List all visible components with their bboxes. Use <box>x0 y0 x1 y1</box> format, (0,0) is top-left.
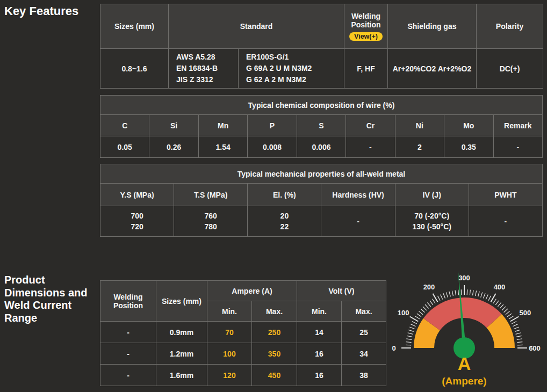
chem-header-cell: S <box>297 115 346 136</box>
current-header-welding-position: Welding Position <box>100 281 156 322</box>
chem-header-row: CSiMnPSCrNiMoRemark <box>100 115 543 136</box>
gauge-tick <box>513 324 517 326</box>
gauge-tick <box>421 309 424 313</box>
current-cell-position: - <box>100 365 156 386</box>
chem-value-cell: 2 <box>395 136 444 158</box>
gauge-tick <box>449 292 451 297</box>
chem-header-cell: P <box>248 115 297 136</box>
current-cell-position: - <box>100 343 156 365</box>
current-cell-size: 1.2mm <box>156 343 207 365</box>
gauge-tick <box>455 290 456 295</box>
current-header-sizes: Sizes (mm) <box>156 281 207 322</box>
current-header-ampere: Ampere (A) <box>207 281 297 301</box>
mech-header-cell: T.S (MPa) <box>174 184 248 206</box>
gauge-tick <box>446 292 448 297</box>
gauge-tick-label: 0 <box>392 344 395 352</box>
gauge-tick <box>478 292 480 297</box>
gauge-tick <box>419 311 423 314</box>
gauge-tick <box>425 304 429 308</box>
gauge-tick <box>412 322 417 324</box>
current-cell-amp_min: 70 <box>207 322 252 343</box>
spec-cell-standard-codes: AWS A5.28EN 16834-BJIS Z 3312 <box>169 49 239 89</box>
chem-header-cell: Mo <box>444 115 493 136</box>
gauge-tick <box>406 345 411 345</box>
mech-value-row: 7007207607802022-70 (-20°C)130 (-50°C)- <box>100 206 543 237</box>
current-table-row: -1.2mm1003501634 <box>100 343 386 365</box>
chem-header-cell: C <box>100 115 149 136</box>
chem-header-cell: Mn <box>198 115 247 136</box>
gauge-tick <box>515 330 520 331</box>
current-cell-position: - <box>100 322 156 343</box>
gauge-tick <box>409 327 414 329</box>
current-cell-volt_max: 25 <box>342 322 386 343</box>
gauge-tick <box>415 316 420 319</box>
gauge-tick <box>517 345 523 345</box>
gauge-tick <box>504 309 508 313</box>
current-cell-size: 0.9mm <box>156 322 207 343</box>
gauge-tick-label: 200 <box>423 283 435 291</box>
chem-header-cell: Ni <box>395 115 444 136</box>
mech-header-cell: PWHT <box>469 184 542 206</box>
gauge-tick <box>502 307 506 310</box>
mech-value-cell: - <box>469 206 542 237</box>
mech-value-cell: 760780 <box>174 206 248 237</box>
gauge-tick <box>517 339 522 340</box>
gauge-tick <box>500 304 503 308</box>
gauge-tick <box>514 327 519 329</box>
gauge-tick <box>408 333 413 335</box>
gauge-tick <box>516 333 521 335</box>
gauge-tick <box>476 291 477 296</box>
gauge-tick <box>512 322 516 324</box>
gauge-tick <box>498 302 501 307</box>
mech-value-cell: 70 (-20°C)130 (-50°C) <box>395 206 469 237</box>
chem-title-row: Typical chemical composition of wire (%) <box>100 96 543 115</box>
spec-header-sizes: Sizes (mm) <box>100 4 169 49</box>
spec-header-standard: Standard <box>169 4 344 49</box>
gauge-tick <box>495 301 499 305</box>
current-cell-size: 1.6mm <box>156 365 207 386</box>
gauge-tick <box>406 339 412 340</box>
current-cell-amp_max: 450 <box>252 365 297 386</box>
current-header-volt: Volt (V) <box>297 281 386 301</box>
chem-header-cell: Si <box>149 115 198 136</box>
chem-header-cell: Cr <box>346 115 395 136</box>
mech-header-cell: Hardness (HV) <box>321 184 395 206</box>
gauge-tick <box>517 342 522 343</box>
spec-header-row: Sizes (mm) Standard Welding Position Vie… <box>100 4 543 49</box>
gauge-tick <box>488 296 491 301</box>
gauge-tick <box>507 314 512 317</box>
spec-table: Sizes (mm) Standard Welding Position Vie… <box>100 4 543 89</box>
chem-value-cell: 0.35 <box>444 136 493 158</box>
current-cell-volt_max: 38 <box>342 365 386 386</box>
gauge-tick <box>407 336 412 337</box>
chem-table-title: Typical chemical composition of wire (%) <box>100 96 543 115</box>
spec-header-welding-position-label: Welding Position <box>347 12 385 29</box>
view-plus-button[interactable]: View(+) <box>349 32 383 41</box>
mech-value-cell: 700720 <box>100 206 174 237</box>
gauge-tick <box>408 330 414 331</box>
gauge-tick <box>458 290 459 295</box>
spec-cell-polarity: DC(+) <box>477 49 543 89</box>
product-dimensions-heading: Product Dimensions and Weld Current Rang… <box>4 274 91 324</box>
current-header-amp-max: Max. <box>252 301 297 322</box>
current-cell-amp_max: 250 <box>252 322 297 343</box>
chem-value-cell: - <box>493 136 543 158</box>
gauge-tick <box>486 294 488 299</box>
gauge-tick <box>433 299 435 303</box>
key-features-heading: Key Features <box>4 4 78 18</box>
ampere-gauge: 0100200300400500600 A (Ampere) <box>384 266 545 392</box>
current-header-volt-min: Min. <box>297 301 342 322</box>
current-cell-amp_min: 120 <box>207 365 252 386</box>
mech-value-cell: - <box>321 206 395 237</box>
gauge-tick <box>493 299 496 303</box>
current-cell-volt_min: 14 <box>297 322 342 343</box>
gauge-tick <box>411 324 415 326</box>
gauge-tick <box>472 290 473 295</box>
chem-value-cell: 0.05 <box>100 136 149 158</box>
gauge-chart: 0100200300400500600 <box>384 266 545 361</box>
gauge-tick <box>506 311 510 314</box>
gauge-tick <box>461 289 462 295</box>
spec-header-polarity: Polarity <box>477 4 543 49</box>
spec-cell-sizes: 0.8~1.6 <box>100 49 169 89</box>
mech-table-title: Typical mechanical properties of all-wel… <box>100 164 543 184</box>
